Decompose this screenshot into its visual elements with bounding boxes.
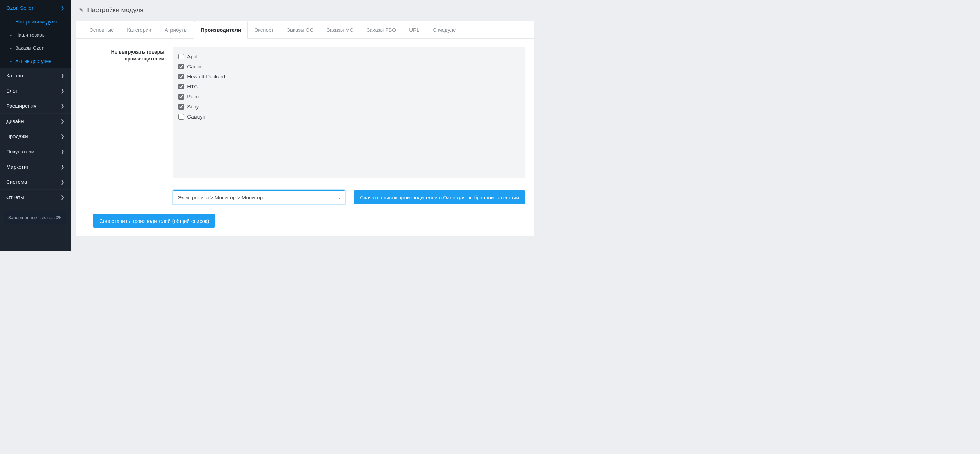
match-manufacturers-button[interactable]: Сопоставить производителей (общий список… bbox=[93, 214, 215, 228]
chevron-right-icon: ❯ bbox=[60, 73, 64, 78]
tab-categories[interactable]: Категории bbox=[120, 21, 158, 39]
main-content: ✎ Настройки модуля Основные Категории Ат… bbox=[70, 0, 539, 251]
manufacturer-row[interactable]: Hewlett-Packard bbox=[178, 71, 519, 81]
sidebar-sub-our-products[interactable]: » Наши товары bbox=[0, 29, 70, 41]
download-manufacturers-button[interactable]: Скачать список производителей с Ozon для… bbox=[354, 190, 525, 204]
double-chevron-icon: » bbox=[10, 59, 12, 63]
double-chevron-icon: » bbox=[10, 33, 12, 37]
sidebar-item-label: Отчеты bbox=[6, 194, 24, 200]
manufacturer-checkbox-palm[interactable] bbox=[178, 94, 184, 100]
sidebar-sub-label: Настройки модуля bbox=[15, 19, 57, 25]
sidebar-sub-module-settings[interactable]: » Настройки модуля bbox=[0, 15, 70, 29]
manufacturer-row[interactable]: HTC bbox=[178, 81, 519, 92]
tab-url[interactable]: URL bbox=[402, 21, 426, 39]
chevron-right-icon: ❯ bbox=[60, 134, 64, 139]
sidebar-item-label: Ozon Seller bbox=[6, 5, 33, 11]
manufacturer-row[interactable]: Canon bbox=[178, 62, 519, 71]
chevron-right-icon: ❯ bbox=[60, 88, 64, 93]
tab-main[interactable]: Основные bbox=[83, 21, 120, 39]
double-chevron-icon: » bbox=[10, 20, 12, 24]
sidebar-item-label: Дизайн bbox=[6, 118, 24, 124]
manufacturer-checkbox-canon[interactable] bbox=[178, 64, 184, 70]
manufacturer-checkbox-samsung[interactable] bbox=[178, 114, 184, 119]
sidebar-sub-act-unavailable[interactable]: » Акт не доступен bbox=[0, 55, 70, 68]
sidebar-item-blog[interactable]: Блог ❯ bbox=[0, 83, 70, 98]
sidebar-item-label: Каталог bbox=[6, 73, 25, 78]
sidebar-item-label: Система bbox=[6, 179, 27, 185]
tab-export[interactable]: Экспорт bbox=[248, 21, 280, 39]
manufacturer-name: Apple bbox=[187, 54, 200, 59]
sidebar-item-label: Продажи bbox=[6, 133, 28, 139]
tab-orders-fbo[interactable]: Заказы FBO bbox=[360, 21, 402, 39]
action-row-match: Сопоставить производителей (общий список… bbox=[76, 208, 534, 236]
sidebar-item-ozon-seller[interactable]: Ozon Seller ❯ bbox=[0, 0, 70, 15]
sidebar-item-label: Расширения bbox=[6, 103, 36, 109]
manufacturer-row[interactable]: Самсунг bbox=[178, 112, 519, 122]
sidebar-sub-label: Наши товары bbox=[15, 32, 46, 38]
manufacturer-name: Самсунг bbox=[187, 114, 207, 119]
tab-manufacturers[interactable]: Производители bbox=[194, 21, 248, 39]
tab-about[interactable]: О модуле bbox=[426, 21, 462, 39]
tab-orders-oc[interactable]: Заказы ОС bbox=[280, 21, 320, 39]
action-row-download: Электроника > Монитор > Монитор ⌄ Скачат… bbox=[76, 182, 534, 208]
manufacturer-checkbox-hp[interactable] bbox=[178, 74, 184, 79]
chevron-right-icon: ❯ bbox=[60, 149, 64, 154]
chevron-right-icon: ❯ bbox=[60, 164, 64, 169]
manufacturer-checkbox-sony[interactable] bbox=[178, 104, 184, 110]
page-title: Настройки модуля bbox=[87, 6, 143, 14]
sidebar-item-system[interactable]: Система ❯ bbox=[0, 174, 70, 189]
chevron-right-icon: ❯ bbox=[60, 103, 64, 108]
category-select[interactable]: Электроника > Монитор > Монитор bbox=[173, 190, 345, 204]
sidebar: Ozon Seller ❯ » Настройки модуля » Наши … bbox=[0, 0, 70, 251]
sidebar-item-label: Покупатели bbox=[6, 149, 34, 154]
sidebar-item-customers[interactable]: Покупатели ❯ bbox=[0, 144, 70, 159]
sidebar-item-marketing[interactable]: Маркетинг ❯ bbox=[0, 159, 70, 174]
sidebar-sub-ozon-orders[interactable]: » Заказы Ozon bbox=[0, 41, 70, 55]
footer-stats-value: 0% bbox=[56, 215, 62, 220]
sidebar-footer-stats: Завершенных заказов 0% bbox=[4, 211, 67, 224]
manufacturer-list: Apple Canon Hewlett-Packard HTC bbox=[173, 47, 525, 178]
manufacturer-name: Palm bbox=[187, 94, 199, 100]
sidebar-item-label: Блог bbox=[6, 88, 17, 94]
footer-stats-label: Завершенных заказов bbox=[8, 215, 55, 220]
sidebar-item-design[interactable]: Дизайн ❯ bbox=[0, 113, 70, 129]
manufacturer-row[interactable]: Palm bbox=[178, 92, 519, 102]
manufacturer-row[interactable]: Apple bbox=[178, 51, 519, 62]
manufacturer-name: Canon bbox=[187, 63, 202, 70]
manufacturer-row[interactable]: Sony bbox=[178, 102, 519, 112]
chevron-right-icon: ❯ bbox=[60, 179, 64, 184]
tab-attributes[interactable]: Атрибуты bbox=[158, 21, 194, 39]
sidebar-subnav: » Настройки модуля » Наши товары » Заказ… bbox=[0, 15, 70, 68]
manufacturer-checkbox-htc[interactable] bbox=[178, 84, 184, 89]
manufacturer-name: Hewlett-Packard bbox=[187, 74, 225, 79]
chevron-right-icon: ❯ bbox=[60, 119, 64, 124]
sidebar-item-catalog[interactable]: Каталог ❯ bbox=[0, 68, 70, 83]
pencil-icon: ✎ bbox=[79, 6, 84, 14]
form-label-exclude: Не выгружать товары производителей bbox=[85, 47, 164, 178]
manufacturer-checkbox-apple[interactable] bbox=[178, 54, 184, 59]
manufacturer-name: Sony bbox=[187, 104, 199, 110]
page-header: ✎ Настройки модуля bbox=[70, 0, 539, 18]
sidebar-item-sales[interactable]: Продажи ❯ bbox=[0, 129, 70, 144]
tab-orders-mc[interactable]: Заказы МС bbox=[320, 21, 360, 39]
tabs: Основные Категории Атрибуты Производител… bbox=[76, 21, 534, 39]
spacer bbox=[85, 190, 164, 204]
sidebar-item-reports[interactable]: Отчеты ❯ bbox=[0, 189, 70, 205]
sidebar-item-label: Маркетинг bbox=[6, 164, 32, 170]
sidebar-sub-label: Заказы Ozon bbox=[15, 45, 44, 51]
manufacturer-name: HTC bbox=[187, 84, 198, 89]
sidebar-item-extensions[interactable]: Расширения ❯ bbox=[0, 98, 70, 113]
chevron-right-icon: ❯ bbox=[60, 195, 64, 200]
chevron-right-icon: ❯ bbox=[60, 5, 64, 10]
sidebar-sub-label: Акт не доступен bbox=[15, 59, 51, 64]
form-row-exclude: Не выгружать товары производителей Apple… bbox=[76, 39, 534, 182]
double-chevron-icon: » bbox=[10, 46, 12, 50]
settings-panel: Основные Категории Атрибуты Производител… bbox=[76, 21, 534, 237]
